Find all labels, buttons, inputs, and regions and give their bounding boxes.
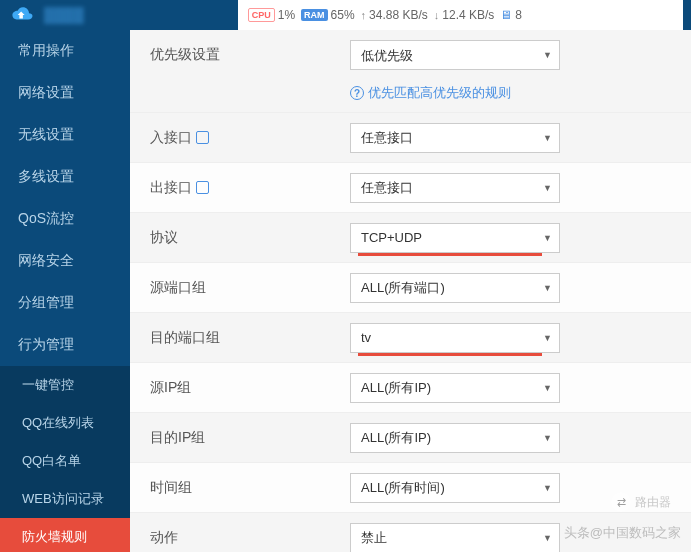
ram-value: 65% — [331, 8, 355, 22]
select-protocol[interactable]: TCP+UDP — [350, 223, 560, 253]
label-action: 动作 — [150, 529, 350, 547]
label-dst-port: 目的端口组 — [150, 329, 350, 347]
download-icon: ↓ — [434, 9, 440, 21]
select-in-iface[interactable]: 任意接口 — [350, 123, 560, 153]
select-out-iface[interactable]: 任意接口 — [350, 173, 560, 203]
sidebar-sub-weblog[interactable]: WEB访问记录 — [0, 480, 130, 518]
stats-bar: CPU 1% RAM 65% ↑ 34.88 KB/s ↓ 12.4 KB/s … — [238, 0, 683, 30]
select-src-port[interactable]: ALL(所有端口) — [350, 273, 560, 303]
sidebar-item-security[interactable]: 网络安全 — [0, 240, 130, 282]
copy-icon[interactable] — [196, 131, 209, 144]
select-action[interactable]: 禁止 — [350, 523, 560, 553]
sidebar-sub-firewall[interactable]: 防火墙规则 — [0, 518, 130, 552]
sidebar-item-common[interactable]: 常用操作 — [0, 30, 130, 72]
label-time: 时间组 — [150, 479, 350, 497]
sidebar-item-behavior[interactable]: 行为管理 — [0, 324, 130, 366]
select-time[interactable]: ALL(所有时间) — [350, 473, 560, 503]
cpu-badge: CPU — [248, 8, 275, 22]
label-out-iface: 出接口 — [150, 179, 192, 197]
ram-badge: RAM — [301, 9, 328, 21]
sidebar: 常用操作 网络设置 无线设置 多线设置 QoS流控 网络安全 分组管理 行为管理… — [0, 30, 130, 552]
priority-hint: 优先匹配高优先级的规则 — [368, 84, 511, 102]
sidebar-sub-onekey[interactable]: 一键管控 — [0, 366, 130, 404]
sidebar-item-multiwan[interactable]: 多线设置 — [0, 156, 130, 198]
label-dst-ip: 目的IP组 — [150, 429, 350, 447]
sidebar-item-network[interactable]: 网络设置 — [0, 72, 130, 114]
label-src-port: 源端口组 — [150, 279, 350, 297]
logo-icon — [8, 4, 36, 26]
brand-name: ████ — [44, 7, 84, 23]
download-value: 12.4 KB/s — [442, 8, 494, 22]
sidebar-item-wireless[interactable]: 无线设置 — [0, 114, 130, 156]
cpu-value: 1% — [278, 8, 295, 22]
select-dst-ip[interactable]: ALL(所有IP) — [350, 423, 560, 453]
label-src-ip: 源IP组 — [150, 379, 350, 397]
upload-icon: ↑ — [361, 9, 367, 21]
sidebar-item-qos[interactable]: QoS流控 — [0, 198, 130, 240]
label-priority: 优先级设置 — [150, 46, 350, 64]
label-in-iface: 入接口 — [150, 129, 192, 147]
select-dst-port[interactable]: tv — [350, 323, 560, 353]
clients-icon: 🖥 — [500, 8, 512, 22]
select-src-ip[interactable]: ALL(所有IP) — [350, 373, 560, 403]
copy-icon[interactable] — [196, 181, 209, 194]
clients-value: 8 — [515, 8, 522, 22]
topbar: ████ CPU 1% RAM 65% ↑ 34.88 KB/s ↓ 12.4 … — [0, 0, 691, 30]
sidebar-item-group[interactable]: 分组管理 — [0, 282, 130, 324]
sidebar-sub-qqonline[interactable]: QQ在线列表 — [0, 404, 130, 442]
sidebar-sub-qqwhite[interactable]: QQ白名单 — [0, 442, 130, 480]
help-icon: ? — [350, 86, 364, 100]
main-form: 优先级设置 低优先级 ? 优先匹配高优先级的规则 入接口 任意接口 出接口 任意… — [130, 30, 691, 552]
label-protocol: 协议 — [150, 229, 350, 247]
upload-value: 34.88 KB/s — [369, 8, 428, 22]
select-priority[interactable]: 低优先级 — [350, 40, 560, 70]
